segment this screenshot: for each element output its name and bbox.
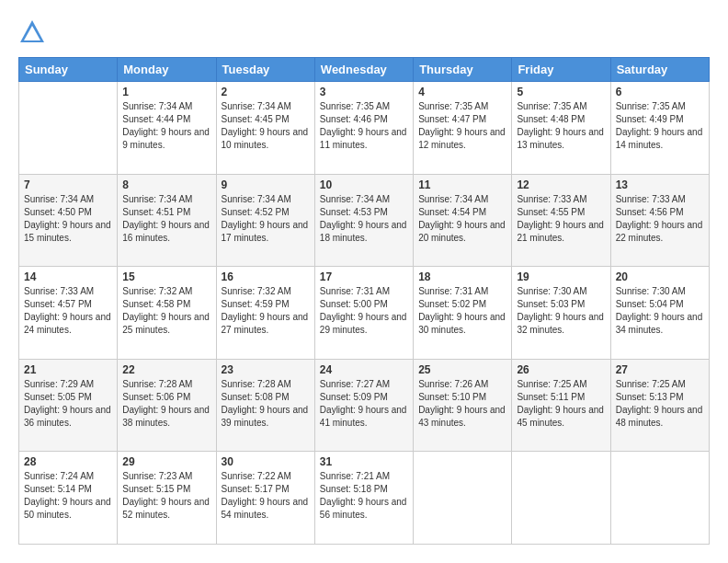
calendar-cell: 21Sunrise: 7:29 AMSunset: 5:05 PMDayligh… xyxy=(19,359,118,452)
calendar-page: SundayMondayTuesdayWednesdayThursdayFrid… xyxy=(0,0,728,563)
day-number: 28 xyxy=(24,455,112,468)
day-number: 3 xyxy=(320,86,408,98)
calendar-cell: 23Sunrise: 7:28 AMSunset: 5:08 PMDayligh… xyxy=(216,359,314,452)
day-number: 21 xyxy=(24,363,112,376)
day-number: 25 xyxy=(418,363,506,376)
day-info: Sunrise: 7:31 AMSunset: 5:02 PMDaylight:… xyxy=(418,285,506,337)
day-info: Sunrise: 7:25 AMSunset: 5:13 PMDaylight:… xyxy=(616,378,704,430)
calendar-cell xyxy=(610,452,709,545)
week-row-1: 1Sunrise: 7:34 AMSunset: 4:44 PMDaylight… xyxy=(19,82,710,175)
calendar-cell: 6Sunrise: 7:35 AMSunset: 4:49 PMDaylight… xyxy=(610,82,709,175)
calendar-cell: 24Sunrise: 7:27 AMSunset: 5:09 PMDayligh… xyxy=(314,359,413,452)
week-row-2: 7Sunrise: 7:34 AMSunset: 4:50 PMDaylight… xyxy=(19,174,710,267)
day-info: Sunrise: 7:27 AMSunset: 5:09 PMDaylight:… xyxy=(320,378,408,430)
calendar-cell: 12Sunrise: 7:33 AMSunset: 4:55 PMDayligh… xyxy=(512,174,610,267)
calendar-cell xyxy=(19,82,118,175)
day-info: Sunrise: 7:24 AMSunset: 5:14 PMDaylight:… xyxy=(24,470,112,522)
day-info: Sunrise: 7:32 AMSunset: 4:58 PMDaylight:… xyxy=(122,285,210,337)
day-info: Sunrise: 7:30 AMSunset: 5:04 PMDaylight:… xyxy=(616,285,704,337)
calendar-cell: 11Sunrise: 7:34 AMSunset: 4:54 PMDayligh… xyxy=(414,174,512,267)
day-number: 1 xyxy=(122,86,210,98)
day-number: 26 xyxy=(517,363,605,376)
calendar-table: SundayMondayTuesdayWednesdayThursdayFrid… xyxy=(18,57,710,545)
day-info: Sunrise: 7:22 AMSunset: 5:17 PMDaylight:… xyxy=(222,470,310,522)
day-info: Sunrise: 7:31 AMSunset: 5:00 PMDaylight:… xyxy=(320,285,408,337)
day-number: 14 xyxy=(24,270,112,283)
day-number: 23 xyxy=(222,363,310,376)
day-info: Sunrise: 7:25 AMSunset: 5:11 PMDaylight:… xyxy=(517,378,605,430)
day-number: 22 xyxy=(122,363,210,376)
day-number: 5 xyxy=(517,86,605,98)
calendar-cell: 16Sunrise: 7:32 AMSunset: 4:59 PMDayligh… xyxy=(216,267,314,360)
weekday-header-tuesday: Tuesday xyxy=(216,58,314,82)
day-info: Sunrise: 7:30 AMSunset: 5:03 PMDaylight:… xyxy=(517,285,605,337)
day-info: Sunrise: 7:35 AMSunset: 4:47 PMDaylight:… xyxy=(418,100,506,152)
day-number: 16 xyxy=(222,270,310,283)
day-number: 15 xyxy=(122,270,210,283)
calendar-cell: 3Sunrise: 7:35 AMSunset: 4:46 PMDaylight… xyxy=(314,82,413,175)
day-number: 19 xyxy=(517,270,605,283)
day-info: Sunrise: 7:33 AMSunset: 4:55 PMDaylight:… xyxy=(517,193,605,245)
day-info: Sunrise: 7:34 AMSunset: 4:45 PMDaylight:… xyxy=(222,100,310,152)
day-info: Sunrise: 7:34 AMSunset: 4:53 PMDaylight:… xyxy=(320,193,408,245)
weekday-header-sunday: Sunday xyxy=(19,58,118,82)
day-info: Sunrise: 7:34 AMSunset: 4:51 PMDaylight:… xyxy=(122,193,210,245)
day-info: Sunrise: 7:34 AMSunset: 4:54 PMDaylight:… xyxy=(418,193,506,245)
logo-icon xyxy=(18,18,46,46)
calendar-cell: 7Sunrise: 7:34 AMSunset: 4:50 PMDaylight… xyxy=(19,174,118,267)
day-number: 27 xyxy=(616,363,704,376)
weekday-header-thursday: Thursday xyxy=(414,58,512,82)
calendar-cell: 20Sunrise: 7:30 AMSunset: 5:04 PMDayligh… xyxy=(610,267,709,360)
day-number: 17 xyxy=(320,270,408,283)
day-number: 12 xyxy=(517,178,605,191)
calendar-cell: 15Sunrise: 7:32 AMSunset: 4:58 PMDayligh… xyxy=(118,267,216,360)
day-number: 13 xyxy=(616,178,704,191)
calendar-cell: 1Sunrise: 7:34 AMSunset: 4:44 PMDaylight… xyxy=(118,82,216,175)
weekday-header-monday: Monday xyxy=(118,58,216,82)
calendar-cell: 17Sunrise: 7:31 AMSunset: 5:00 PMDayligh… xyxy=(314,267,413,360)
calendar-cell xyxy=(414,452,512,545)
day-info: Sunrise: 7:28 AMSunset: 5:08 PMDaylight:… xyxy=(222,378,310,430)
week-row-4: 21Sunrise: 7:29 AMSunset: 5:05 PMDayligh… xyxy=(19,359,710,452)
day-info: Sunrise: 7:34 AMSunset: 4:52 PMDaylight:… xyxy=(222,193,310,245)
day-number: 4 xyxy=(418,86,506,98)
day-number: 29 xyxy=(122,455,210,468)
day-number: 24 xyxy=(320,363,408,376)
weekday-header-saturday: Saturday xyxy=(610,58,709,82)
calendar-cell: 14Sunrise: 7:33 AMSunset: 4:57 PMDayligh… xyxy=(19,267,118,360)
day-number: 20 xyxy=(616,270,704,283)
day-number: 10 xyxy=(320,178,408,191)
weekday-header-wednesday: Wednesday xyxy=(314,58,413,82)
day-info: Sunrise: 7:23 AMSunset: 5:15 PMDaylight:… xyxy=(122,470,210,522)
calendar-cell: 29Sunrise: 7:23 AMSunset: 5:15 PMDayligh… xyxy=(118,452,216,545)
day-number: 6 xyxy=(616,86,704,98)
week-row-5: 28Sunrise: 7:24 AMSunset: 5:14 PMDayligh… xyxy=(19,452,710,545)
calendar-cell: 26Sunrise: 7:25 AMSunset: 5:11 PMDayligh… xyxy=(512,359,610,452)
day-info: Sunrise: 7:33 AMSunset: 4:56 PMDaylight:… xyxy=(616,193,704,245)
day-info: Sunrise: 7:26 AMSunset: 5:10 PMDaylight:… xyxy=(418,378,506,430)
weekday-header-row: SundayMondayTuesdayWednesdayThursdayFrid… xyxy=(19,58,710,82)
calendar-cell: 25Sunrise: 7:26 AMSunset: 5:10 PMDayligh… xyxy=(414,359,512,452)
calendar-cell: 19Sunrise: 7:30 AMSunset: 5:03 PMDayligh… xyxy=(512,267,610,360)
calendar-cell: 27Sunrise: 7:25 AMSunset: 5:13 PMDayligh… xyxy=(610,359,709,452)
week-row-3: 14Sunrise: 7:33 AMSunset: 4:57 PMDayligh… xyxy=(19,267,710,360)
calendar-cell: 13Sunrise: 7:33 AMSunset: 4:56 PMDayligh… xyxy=(610,174,709,267)
day-info: Sunrise: 7:21 AMSunset: 5:18 PMDaylight:… xyxy=(320,470,408,522)
day-number: 18 xyxy=(418,270,506,283)
day-number: 31 xyxy=(320,455,408,468)
calendar-cell: 10Sunrise: 7:34 AMSunset: 4:53 PMDayligh… xyxy=(314,174,413,267)
day-info: Sunrise: 7:34 AMSunset: 4:44 PMDaylight:… xyxy=(122,100,210,152)
day-info: Sunrise: 7:35 AMSunset: 4:46 PMDaylight:… xyxy=(320,100,408,152)
day-number: 2 xyxy=(222,86,310,98)
calendar-cell: 9Sunrise: 7:34 AMSunset: 4:52 PMDaylight… xyxy=(216,174,314,267)
day-info: Sunrise: 7:32 AMSunset: 4:59 PMDaylight:… xyxy=(222,285,310,337)
weekday-header-friday: Friday xyxy=(512,58,610,82)
calendar-cell: 22Sunrise: 7:28 AMSunset: 5:06 PMDayligh… xyxy=(118,359,216,452)
day-info: Sunrise: 7:29 AMSunset: 5:05 PMDaylight:… xyxy=(24,378,112,430)
calendar-cell: 30Sunrise: 7:22 AMSunset: 5:17 PMDayligh… xyxy=(216,452,314,545)
day-info: Sunrise: 7:34 AMSunset: 4:50 PMDaylight:… xyxy=(24,193,112,245)
day-number: 11 xyxy=(418,178,506,191)
calendar-cell: 8Sunrise: 7:34 AMSunset: 4:51 PMDaylight… xyxy=(118,174,216,267)
day-info: Sunrise: 7:33 AMSunset: 4:57 PMDaylight:… xyxy=(24,285,112,337)
logo xyxy=(18,18,50,46)
